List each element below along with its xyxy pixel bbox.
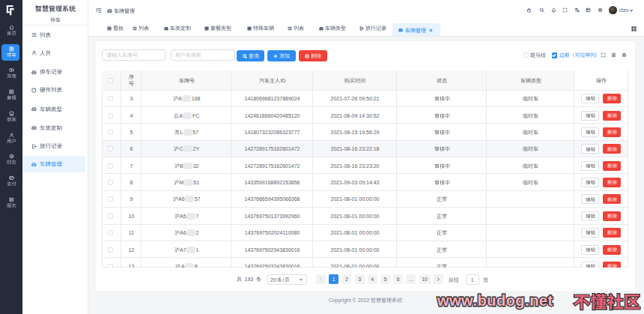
svg-text:www.budog.net: www.budog.net <box>437 292 553 309</box>
